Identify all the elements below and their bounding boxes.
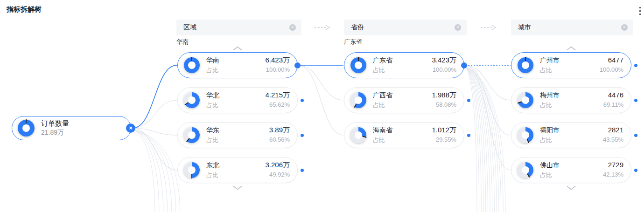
tree-node[interactable]: 华北4.215万占比65.62% — [177, 87, 298, 113]
donut-chart — [184, 162, 200, 178]
dimension-header-0[interactable]: 区域× — [176, 20, 301, 35]
scroll-up-button[interactable] — [232, 44, 243, 53]
tree-node[interactable]: 华东3.89万占比60.56% — [177, 122, 298, 148]
ratio-label: 占比 — [206, 171, 218, 179]
page-title: 指标拆解树 — [7, 5, 42, 14]
expand-node-dot[interactable] — [461, 62, 467, 68]
donut-chart — [184, 57, 200, 73]
node-percent: 49.92% — [269, 171, 290, 179]
tree-node[interactable]: 华南6.423万占比100.00% — [177, 52, 298, 78]
node-percent: 100.00% — [433, 66, 456, 75]
clear-dimension-icon[interactable]: × — [621, 24, 628, 31]
node-name: 揭阳市 — [540, 126, 560, 135]
node-value: 6477 — [608, 56, 623, 64]
node-percent: 42.13% — [603, 171, 623, 179]
node-value: 1.988万 — [432, 91, 456, 100]
node-name: 广西省 — [373, 91, 392, 100]
node-percent: 43.55% — [603, 136, 623, 144]
node-name: 佛山市 — [540, 161, 560, 170]
header-arrow-icon — [314, 24, 331, 33]
expand-node-dot[interactable] — [634, 64, 637, 67]
node-percent: 60.56% — [269, 136, 290, 144]
node-name: 海南省 — [373, 126, 392, 135]
decomposition-tree-widget: 指标拆解树 订单数量 21.89万 × 区域×华南华南6.423万占比100.0… — [0, 0, 644, 212]
more-menu-icon[interactable] — [635, 5, 644, 17]
dimension-name: 区域 — [183, 23, 196, 32]
root-donut-chart — [18, 120, 35, 137]
node-percent: 100.00% — [266, 66, 290, 75]
node-name: 梅州市 — [540, 91, 560, 100]
node-name: 东北 — [206, 161, 219, 170]
dimension-header-2[interactable]: 城市× — [511, 20, 633, 35]
root-metric-name: 订单数量 — [41, 119, 124, 128]
ratio-label: 占比 — [540, 171, 552, 179]
collapse-root-button[interactable]: × — [126, 123, 135, 133]
selected-value-label: 华南 — [176, 38, 189, 46]
expand-node-dot[interactable] — [467, 99, 470, 102]
node-name: 广东省 — [373, 56, 392, 65]
ratio-label: 占比 — [206, 101, 218, 109]
expand-node-dot[interactable] — [634, 99, 637, 102]
root-node[interactable]: 订单数量 21.89万 × — [12, 116, 131, 140]
expand-node-dot[interactable] — [301, 134, 304, 137]
clear-dimension-icon[interactable]: × — [455, 24, 461, 31]
ratio-label: 占比 — [373, 101, 385, 109]
tree-node[interactable]: 广东省3.423万占比100.00% — [344, 52, 464, 78]
donut-chart — [518, 127, 533, 143]
tree-node[interactable]: 广州市6477占比100.00% — [511, 52, 631, 78]
node-name: 华东 — [206, 126, 219, 135]
expand-node-dot[interactable] — [634, 134, 637, 137]
dimension-name: 省份 — [351, 23, 364, 32]
node-name: 华南 — [206, 56, 219, 65]
ratio-label: 占比 — [373, 66, 385, 75]
tree-node[interactable]: 海南省1.012万占比29.55% — [344, 122, 464, 148]
expand-node-dot[interactable] — [467, 134, 470, 137]
tree-node[interactable]: 揭阳市2821占比43.55% — [511, 122, 631, 148]
expand-node-dot[interactable] — [301, 99, 304, 102]
scroll-up-button[interactable] — [566, 44, 576, 53]
donut-chart — [350, 92, 366, 108]
node-value: 2729 — [608, 161, 623, 169]
expand-node-dot[interactable] — [294, 62, 301, 68]
node-value: 4.215万 — [265, 91, 290, 100]
dimension-header-1[interactable]: 省份× — [344, 20, 467, 35]
scroll-down-button[interactable] — [232, 184, 243, 192]
node-percent: 100.00% — [600, 66, 623, 75]
root-metric-value: 21.89万 — [41, 129, 124, 137]
tree-node[interactable]: 东北3.206万占比49.92% — [177, 157, 298, 183]
ratio-label: 占比 — [540, 101, 552, 109]
donut-chart — [184, 92, 200, 108]
node-value: 1.012万 — [432, 126, 456, 135]
expand-node-dot[interactable] — [634, 169, 637, 172]
ratio-label: 占比 — [540, 136, 552, 144]
node-name: 华北 — [206, 91, 219, 100]
node-percent: 69.11% — [603, 101, 623, 109]
donut-chart — [518, 92, 533, 108]
ratio-label: 占比 — [540, 66, 552, 75]
donut-chart — [184, 127, 200, 143]
tree-node[interactable]: 佛山市2729占比42.13% — [511, 157, 631, 183]
expand-node-dot[interactable] — [301, 169, 304, 172]
node-percent: 65.62% — [269, 101, 290, 109]
clear-dimension-icon[interactable]: × — [289, 24, 296, 31]
dimension-name: 城市 — [518, 23, 531, 32]
node-value: 3.89万 — [269, 126, 290, 135]
node-value: 3.206万 — [265, 161, 290, 170]
header-arrow-icon — [480, 24, 497, 33]
scroll-down-button[interactable] — [566, 184, 576, 192]
tree-node[interactable]: 梅州市4476占比69.11% — [511, 87, 631, 113]
node-percent: 29.55% — [436, 136, 456, 144]
node-value: 3.423万 — [432, 56, 456, 65]
tree-node[interactable]: 广西省1.988万占比58.08% — [344, 87, 464, 113]
donut-chart — [350, 57, 366, 73]
node-value: 2821 — [608, 126, 623, 134]
ratio-label: 占比 — [206, 136, 218, 144]
ratio-label: 占比 — [206, 66, 218, 75]
selected-value-label: 广东省 — [344, 38, 362, 46]
donut-chart — [518, 162, 533, 178]
donut-chart — [350, 127, 366, 143]
ratio-label: 占比 — [373, 136, 385, 144]
donut-chart — [518, 57, 533, 73]
node-name: 广州市 — [540, 56, 560, 65]
node-value: 6.423万 — [265, 56, 290, 65]
